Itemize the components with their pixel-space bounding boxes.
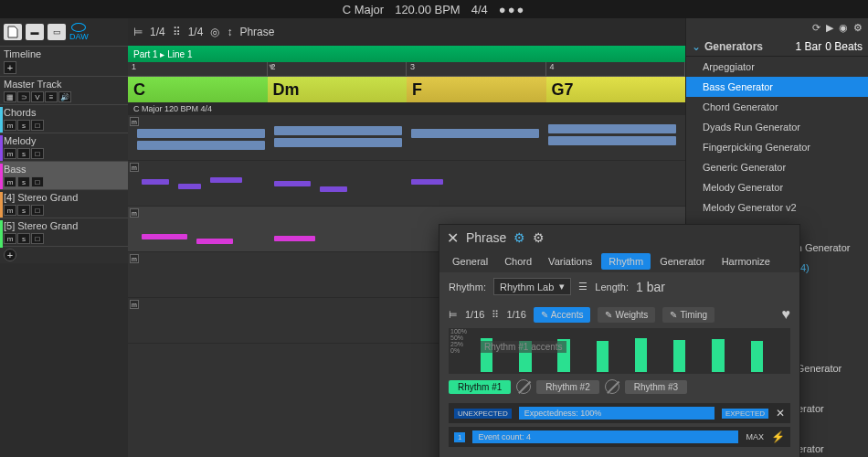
master-btn-loop[interactable]: ⊃ — [17, 91, 30, 102]
file-icon[interactable] — [4, 24, 22, 40]
tab-general[interactable]: General — [445, 253, 495, 270]
stop-icon[interactable]: ◉ — [839, 22, 848, 34]
lane-menu-icon[interactable]: m — [130, 117, 139, 126]
solo-button[interactable]: s — [17, 233, 30, 244]
ruler[interactable]: 1 2 3 4 ▼ — [128, 62, 685, 77]
master-btn-sound[interactable]: 🔊 — [58, 91, 71, 102]
daw-icon[interactable]: DAW — [69, 23, 89, 41]
rhythm-processing-expand[interactable]: › Rhythm Processing: — [439, 451, 799, 457]
disable-icon[interactable] — [516, 379, 531, 394]
lane-menu-icon[interactable]: m — [130, 254, 139, 263]
mute-button[interactable]: m — [4, 233, 16, 244]
close-icon[interactable]: ✕ — [447, 229, 459, 247]
more-menu-icon[interactable]: ●●● — [499, 3, 526, 16]
disable-icon[interactable] — [605, 379, 619, 394]
accents-button[interactable]: ✎ Accents — [534, 307, 591, 323]
remove-icon[interactable]: ✕ — [776, 407, 785, 420]
sort-icon[interactable]: ↕ — [227, 26, 232, 38]
chord-block[interactable]: Dm — [268, 77, 408, 102]
solo-button[interactable]: s — [17, 120, 30, 131]
play-icon[interactable]: ▶ — [826, 22, 833, 34]
beats-value[interactable]: 0 Beats — [825, 40, 863, 53]
device-icon[interactable]: ▭ — [48, 24, 66, 40]
master-btn-v[interactable]: V — [31, 91, 44, 102]
lane-menu-icon[interactable]: m — [130, 163, 139, 172]
lane-menu-icon[interactable]: m — [130, 300, 139, 309]
sync-icon[interactable]: ⟳ — [812, 22, 820, 34]
gear-icon[interactable]: ⚙ — [853, 22, 863, 34]
gear-icon[interactable]: ⚙ — [533, 230, 545, 245]
snap-icon[interactable]: ⊨ — [133, 26, 143, 38]
track-head-stereo5[interactable]: [5] Stereo Grand m s □ — [0, 218, 128, 246]
solo-button[interactable]: s — [17, 176, 30, 187]
rhythm-chip-1[interactable]: Rhythm #1 — [449, 380, 511, 394]
chord-block[interactable]: G7 — [546, 77, 686, 102]
track-head-bass[interactable]: Bass m s □ — [0, 161, 128, 189]
bar-value[interactable]: 1 Bar — [796, 40, 822, 53]
chord-block[interactable]: F — [407, 77, 546, 102]
lane-melody[interactable]: m — [128, 161, 685, 207]
grid-icon[interactable]: ⠿ — [492, 309, 499, 321]
generator-item[interactable]: Arpeggiator — [686, 57, 868, 77]
timing-button[interactable]: ✎ Timing — [662, 307, 715, 323]
track-opt-button[interactable]: □ — [31, 205, 44, 216]
center-toolbar: ⊨ 1/4 ⠿ 1/4 ◎ ↕ Phrase — [128, 18, 685, 46]
master-btn-eq[interactable]: ≡ — [45, 91, 58, 102]
snap1-value[interactable]: 1/4 — [150, 26, 165, 38]
snap2-value[interactable]: 1/4 — [188, 26, 204, 38]
rhythm-chip-3[interactable]: Rhythm #3 — [625, 380, 687, 394]
bolt-icon[interactable]: ⚡ — [771, 430, 785, 443]
generator-item[interactable]: Melody Generator — [686, 177, 868, 197]
generator-item[interactable]: Generic Generator — [686, 157, 868, 177]
tab-variations[interactable]: Variations — [541, 253, 599, 270]
stack-icon[interactable]: ☰ — [578, 281, 587, 292]
favorite-icon[interactable]: ♥ — [782, 306, 791, 323]
tab-chord[interactable]: Chord — [497, 253, 539, 270]
solo-button[interactable]: s — [17, 205, 30, 216]
track-opt-button[interactable]: □ — [31, 148, 44, 159]
lane-menu-icon[interactable]: m — [130, 208, 139, 218]
playhead-marker[interactable]: ▼ — [268, 62, 276, 71]
generator-item[interactable]: Melody Generator v2 — [686, 197, 868, 218]
track-head-stereo4[interactable]: [4] Stereo Grand m s □ — [0, 189, 128, 218]
track-head-chords[interactable]: Chords m s □ — [0, 104, 128, 133]
folder-icon[interactable]: ▬ — [26, 24, 44, 40]
snap2-value[interactable]: 1/16 — [506, 309, 525, 320]
mode-label[interactable]: Phrase — [239, 26, 274, 38]
mute-button[interactable]: m — [4, 176, 16, 187]
add-timeline-button[interactable]: + — [4, 61, 16, 74]
track-head-melody[interactable]: Melody m s □ — [0, 133, 128, 161]
length-value[interactable]: 1 bar — [636, 280, 665, 294]
track-opt-button[interactable]: □ — [31, 120, 44, 131]
target-icon[interactable]: ◎ — [210, 26, 219, 38]
mute-button[interactable]: m — [4, 148, 16, 159]
chord-block[interactable]: C — [128, 77, 268, 102]
generator-item[interactable]: Dyads Run Generator — [686, 117, 868, 137]
rhythm-dropdown[interactable]: Rhythm Lab ▾ — [493, 278, 571, 295]
snap1-value[interactable]: 1/16 — [465, 309, 484, 320]
master-btn-1[interactable]: ▦ — [4, 91, 16, 102]
tab-harmonize[interactable]: Harmonize — [715, 253, 778, 270]
generator-item[interactable]: Chord Generator — [686, 97, 868, 117]
rhythm-chip-2[interactable]: Rhythm #2 — [536, 380, 598, 394]
chevron-down-icon[interactable]: ⌄ — [692, 40, 701, 53]
settings-icon[interactable]: ⚙ — [513, 230, 525, 245]
solo-button[interactable]: s — [17, 148, 30, 159]
tab-rhythm[interactable]: Rhythm — [601, 253, 651, 270]
weights-button[interactable]: ✎ Weights — [598, 307, 655, 323]
mute-button[interactable]: m — [4, 120, 16, 131]
tab-generator[interactable]: Generator — [652, 253, 713, 270]
rhythm-visualizer[interactable]: 100%50%25%0% Rhythm #1 accents — [449, 328, 790, 374]
eventcount-slider[interactable]: Event count: 4 — [472, 430, 738, 443]
grid-icon[interactable]: ⠿ — [173, 26, 181, 38]
part-bar[interactable]: Part 1 ▸ Line 1 — [128, 46, 685, 62]
generator-item[interactable]: Fingerpicking Generator — [686, 137, 868, 157]
lane-chords[interactable]: m — [128, 115, 685, 161]
expectedness-slider[interactable]: Expectedness: 100% — [519, 407, 715, 420]
generator-item[interactable]: Bass Generator — [686, 77, 868, 97]
track-opt-button[interactable]: □ — [31, 176, 44, 187]
track-opt-button[interactable]: □ — [31, 233, 44, 244]
add-track-button[interactable]: + — [4, 249, 16, 261]
snap-icon[interactable]: ⊨ — [449, 309, 458, 321]
mute-button[interactable]: m — [4, 205, 16, 216]
